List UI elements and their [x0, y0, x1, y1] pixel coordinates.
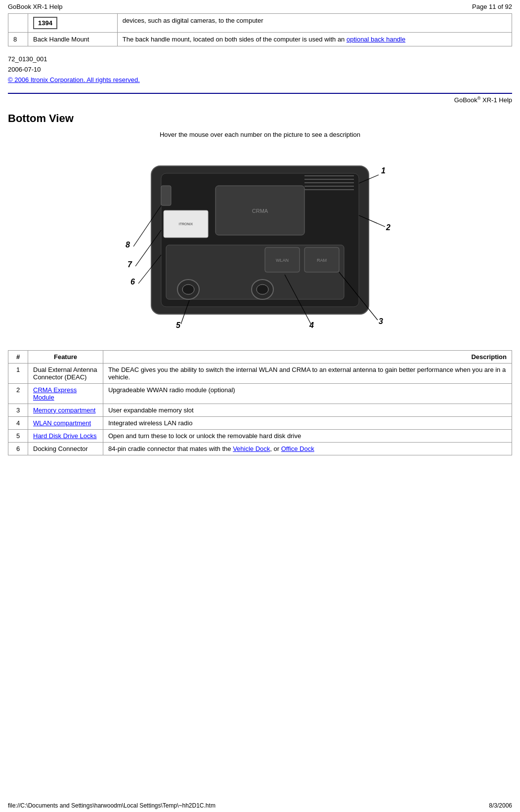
- table-row: 8 Back Handle Mount The back handle moun…: [8, 33, 512, 46]
- feature-description: Upgradeable WWAN radio module (optional): [103, 383, 512, 404]
- svg-text:3: 3: [379, 317, 383, 325]
- page-header: GoBook XR-1 Help Page 11 of 92: [0, 0, 520, 13]
- table-row: 1 Dual External AntennaConnector (DEAC) …: [8, 363, 512, 383]
- table-cell-num: 8: [8, 33, 28, 46]
- wlan-compartment-link[interactable]: WLAN compartment: [33, 419, 91, 427]
- feature-description: The DEAC gives you the ability to switch…: [103, 363, 512, 383]
- table-row: 4 WLAN compartment Integrated wireless L…: [8, 416, 512, 429]
- app-title: GoBook XR-1 Help: [8, 3, 63, 10]
- feature-num: 2: [8, 383, 28, 404]
- svg-text:7: 7: [128, 260, 132, 269]
- doc-date: 2006-07-10: [8, 65, 512, 75]
- vehicle-dock-link[interactable]: Vehicle Dock: [233, 445, 270, 452]
- page-footer: file://C:\Documents and Settings\harwood…: [0, 799, 520, 812]
- feature-num: 5: [8, 429, 28, 442]
- copyright-link[interactable]: © 2006 Itronix Corporation. All rights r…: [8, 76, 140, 83]
- col-feature: Feature: [28, 350, 103, 363]
- col-num: #: [8, 350, 28, 363]
- doc-id: 72_0130_001: [8, 54, 512, 65]
- copyright: © 2006 Itronix Corporation. All rights r…: [8, 75, 512, 85]
- feature-num: 3: [8, 404, 28, 416]
- bottom-view-svg: CRMA RAM WLAN ITRONIX: [117, 146, 403, 339]
- table-cell-description: The back handle mount, located on both s…: [117, 33, 512, 46]
- table-header-row: # Feature Description: [8, 350, 512, 363]
- col-description: Description: [103, 350, 512, 363]
- feature-name: Hard Disk Drive Locks: [28, 429, 103, 442]
- feature-num: 6: [8, 442, 28, 455]
- office-dock-link[interactable]: Office Dock: [281, 445, 314, 452]
- firewire-icon: 1394: [33, 17, 57, 29]
- svg-text:2: 2: [386, 223, 390, 232]
- svg-text:5: 5: [176, 321, 181, 329]
- hard-disk-drive-locks-link[interactable]: Hard Disk Drive Locks: [33, 432, 97, 440]
- optional-back-handle-link[interactable]: optional back handle: [347, 36, 405, 43]
- feature-num: 4: [8, 416, 28, 429]
- svg-text:8: 8: [126, 241, 130, 249]
- table-row: 3 Memory compartment User expandable mem…: [8, 404, 512, 416]
- table-row: 6 Docking Connector 84-pin cradle connec…: [8, 442, 512, 455]
- svg-text:WLAN: WLAN: [276, 258, 289, 263]
- svg-rect-13: [161, 186, 171, 205]
- svg-text:CRMA: CRMA: [252, 208, 268, 214]
- table-cell-num: [8, 14, 28, 33]
- feature-name: WLAN compartment: [28, 416, 103, 429]
- feature-name: Docking Connector: [28, 442, 103, 455]
- hover-instruction: Hover the mouse over each number on the …: [8, 131, 512, 138]
- svg-text:6: 6: [130, 278, 135, 286]
- svg-text:1: 1: [381, 166, 386, 175]
- file-path: file://C:\Documents and Settings\harwood…: [8, 802, 216, 809]
- feature-description: Open and turn these to lock or unlock th…: [103, 429, 512, 442]
- table-row: 2 CRMA Express Module Upgradeable WWAN r…: [8, 383, 512, 404]
- table-row: 5 Hard Disk Drive Locks Open and turn th…: [8, 429, 512, 442]
- footer-info: 72_0130_001 2006-07-10 © 2006 Itronix Co…: [8, 54, 512, 85]
- main-content: 1394 devices, such as digital cameras, t…: [0, 13, 520, 455]
- page-info: Page 11 of 92: [472, 3, 512, 10]
- footer-date: 8/3/2006: [489, 802, 512, 809]
- table-cell-feature: Back Handle Mount: [28, 33, 118, 46]
- section-title: Bottom View: [8, 112, 512, 125]
- table-cell-description: devices, such as digital cameras, to the…: [117, 14, 512, 33]
- feature-table: # Feature Description 1 Dual External An…: [8, 350, 512, 455]
- table-cell-feature: 1394: [28, 14, 118, 33]
- feature-description: Integrated wireless LAN radio: [103, 416, 512, 429]
- svg-point-8: [257, 284, 268, 294]
- feature-num: 1: [8, 363, 28, 383]
- bottom-view-image-container: CRMA RAM WLAN ITRONIX: [117, 146, 403, 340]
- svg-text:ITRONIX: ITRONIX: [179, 222, 193, 226]
- crma-express-link[interactable]: CRMA Express Module: [33, 386, 77, 401]
- feature-name: Dual External AntennaConnector (DEAC): [28, 363, 103, 383]
- feature-name: CRMA Express Module: [28, 383, 103, 404]
- table-row: 1394 devices, such as digital cameras, t…: [8, 14, 512, 33]
- feature-name: Memory compartment: [28, 404, 103, 416]
- svg-point-6: [182, 284, 194, 294]
- gobook-credit: GoBook® XR-1 Help: [8, 93, 512, 104]
- feature-description: User expandable memory slot: [103, 404, 512, 416]
- memory-compartment-link[interactable]: Memory compartment: [33, 406, 95, 414]
- top-table: 1394 devices, such as digital cameras, t…: [8, 13, 512, 46]
- svg-text:RAM: RAM: [317, 258, 327, 263]
- feature-description: 84-pin cradle connector that mates with …: [103, 442, 512, 455]
